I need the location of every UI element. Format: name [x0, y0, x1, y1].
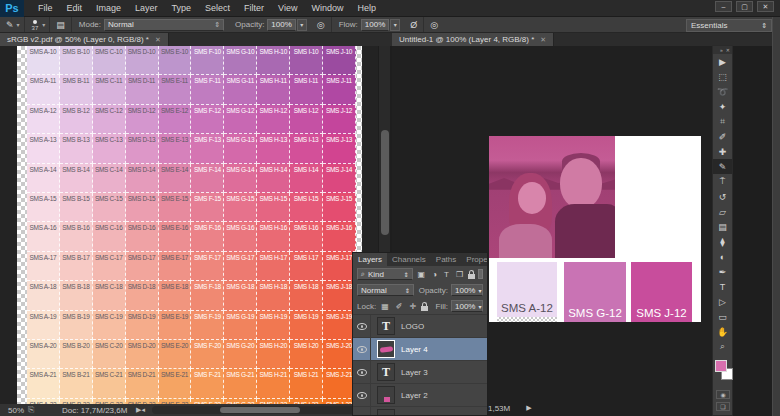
visibility-cell[interactable]: [353, 384, 371, 406]
swatch-H-12[interactable]: SMS H-12: [257, 105, 290, 134]
swatch-E-10[interactable]: SMS E-10: [159, 46, 192, 75]
filter-shape-icon[interactable]: ❒: [454, 270, 465, 279]
swatch-D-19[interactable]: SMS D-19: [126, 311, 159, 340]
swatch-D-13[interactable]: SMS D-13: [126, 134, 159, 163]
swatch-J-16[interactable]: SMS J-16: [323, 222, 356, 251]
swatch-C-12[interactable]: SMS C-12: [93, 105, 126, 134]
swatch-A-15[interactable]: SMS A-15: [27, 193, 60, 222]
crop-tool[interactable]: ⌗: [713, 114, 732, 129]
swatch-G-20[interactable]: SMS G-20: [224, 340, 257, 369]
swatch-B-19[interactable]: SMS B-19: [60, 311, 93, 340]
visibility-cell[interactable]: [353, 338, 371, 360]
eraser-tool[interactable]: ▱: [713, 204, 732, 219]
swatch-D-16[interactable]: SMS D-16: [126, 222, 159, 251]
swatch-F-15[interactable]: SMS F-15: [191, 193, 224, 222]
layer-row-layer-3[interactable]: TLayer 3: [353, 361, 487, 384]
swatch-B-18[interactable]: SMS B-18: [60, 281, 93, 310]
swatch-I-12[interactable]: SMS I-12: [290, 105, 323, 134]
swatch-A-21[interactable]: SMS A-21: [27, 369, 60, 398]
swatch-C-10[interactable]: SMS C-10: [93, 46, 126, 75]
panel-tab-properties[interactable]: Properties: [461, 253, 488, 266]
swatch-I-11[interactable]: SMS I-11: [290, 75, 323, 104]
swatch-H-20[interactable]: SMS H-20: [257, 340, 290, 369]
swatch-J-11[interactable]: SMS J-11: [323, 75, 356, 104]
brush-tool[interactable]: ✎: [713, 159, 732, 174]
swatch-F-13[interactable]: SMS F-13: [191, 134, 224, 163]
eye-icon[interactable]: [357, 346, 367, 353]
swatch-I-18[interactable]: SMS I-18: [290, 281, 323, 310]
visibility-cell[interactable]: [353, 407, 371, 416]
gradient-tool[interactable]: ▤: [713, 219, 732, 234]
swatch-I-20[interactable]: SMS I-20: [290, 340, 323, 369]
swatch-F-17[interactable]: SMS F-17: [191, 252, 224, 281]
swatch-F-20[interactable]: SMS F-20: [191, 340, 224, 369]
swatch-A-14[interactable]: SMS A-14: [27, 164, 60, 193]
swatch-G-11[interactable]: SMS G-11: [224, 75, 257, 104]
move-tool[interactable]: ▶: [713, 54, 732, 69]
menu-layer[interactable]: Layer: [129, 1, 164, 15]
panel-tab-paths[interactable]: Paths: [431, 253, 461, 266]
swatch-D-15[interactable]: SMS D-15: [126, 193, 159, 222]
path-selection-tool[interactable]: ▷: [713, 294, 732, 309]
brush-preset-picker[interactable]: 37 ▾: [25, 17, 51, 32]
airbrush-button[interactable]: Ø: [404, 17, 424, 32]
tab-srgb-document[interactable]: sRGB v2.pdf @ 50% (Layer 0, RGB/8) * ✕: [0, 33, 169, 46]
swatch-F-21[interactable]: SMS F-21: [191, 369, 224, 398]
pressure-size-button[interactable]: ◎: [424, 17, 444, 32]
swatch-J-21[interactable]: SMS J-21: [323, 369, 356, 398]
swatch-H-21[interactable]: SMS H-21: [257, 369, 290, 398]
menu-type[interactable]: Type: [166, 1, 198, 15]
swatch-G-15[interactable]: SMS G-15: [224, 193, 257, 222]
layer-row-layer-2[interactable]: Layer 2: [353, 384, 487, 407]
layer-thumbnail[interactable]: [377, 409, 395, 416]
swatch-E-21[interactable]: SMS E-21: [159, 369, 192, 398]
swatch-E-15[interactable]: SMS E-15: [159, 193, 192, 222]
blur-tool[interactable]: ⧫: [713, 234, 732, 249]
screen-mode-button[interactable]: ❏: [716, 402, 730, 411]
tab-untitled-document[interactable]: Untitled-1 @ 100% (Layer 4, RGB/8) * ✕: [392, 33, 554, 46]
left-canvas[interactable]: SMS A-10SMS B-10SMS C-10SMS D-10SMS E-10…: [17, 46, 362, 404]
swatch-E-13[interactable]: SMS E-13: [159, 134, 192, 163]
swatch-D-14[interactable]: SMS D-14: [126, 164, 159, 193]
swatch-B-20[interactable]: SMS B-20: [60, 340, 93, 369]
mode-select[interactable]: Normal ⇕: [104, 19, 224, 31]
swatch-G-16[interactable]: SMS G-16: [224, 222, 257, 251]
visibility-cell[interactable]: [353, 361, 371, 383]
restore-button[interactable]: ▢: [736, 1, 753, 12]
quick-mask-button[interactable]: ◉: [716, 390, 730, 399]
swatch-G-10[interactable]: SMS G-10: [224, 46, 257, 75]
filter-type-icon[interactable]: T: [442, 270, 451, 279]
swatch-D-11[interactable]: SMS D-11: [126, 75, 159, 104]
swatch-D-10[interactable]: SMS D-10: [126, 46, 159, 75]
status-flyout-icon[interactable]: ▶: [526, 404, 531, 413]
swatch-C-14[interactable]: SMS C-14: [93, 164, 126, 193]
filter-smart-object-icon[interactable]: [468, 274, 475, 279]
dodge-tool[interactable]: ◐: [713, 249, 732, 264]
swatch-C-18[interactable]: SMS C-18: [93, 281, 126, 310]
panel-dock-edge[interactable]: [772, 17, 780, 416]
swatch-E-11[interactable]: SMS E-11: [159, 75, 192, 104]
tool-preset-picker[interactable]: ✎ ▾: [0, 17, 25, 32]
swatch-B-14[interactable]: SMS B-14: [60, 164, 93, 193]
swatch-B-10[interactable]: SMS B-10: [60, 46, 93, 75]
swatch-G-19[interactable]: SMS G-19: [224, 311, 257, 340]
menu-help[interactable]: Help: [351, 1, 382, 15]
swatch-I-14[interactable]: SMS I-14: [290, 164, 323, 193]
swatch-C-13[interactable]: SMS C-13: [93, 134, 126, 163]
swatch-F-12[interactable]: SMS F-12: [191, 105, 224, 134]
share-icon[interactable]: ⎘: [28, 405, 34, 415]
eye-icon[interactable]: [357, 323, 367, 330]
swatch-J-17[interactable]: SMS J-17: [323, 252, 356, 281]
pressure-opacity-button[interactable]: ◎: [311, 17, 332, 32]
status-flyout-icon[interactable]: ▶◂: [136, 406, 145, 414]
swatch-I-15[interactable]: SMS I-15: [290, 193, 323, 222]
layer-row-layer-4[interactable]: Layer 4: [353, 338, 487, 361]
pen-tool[interactable]: ✒: [713, 264, 732, 279]
swatch-D-18[interactable]: SMS D-18: [126, 281, 159, 310]
swatch-D-12[interactable]: SMS D-12: [126, 105, 159, 134]
panel-tab-layers[interactable]: Layers: [353, 253, 387, 266]
menu-filter[interactable]: Filter: [238, 1, 270, 15]
swatch-A-20[interactable]: SMS A-20: [27, 340, 60, 369]
layer-fill-select[interactable]: 100% ▾: [451, 300, 483, 312]
swatch-D-21[interactable]: SMS D-21: [126, 369, 159, 398]
